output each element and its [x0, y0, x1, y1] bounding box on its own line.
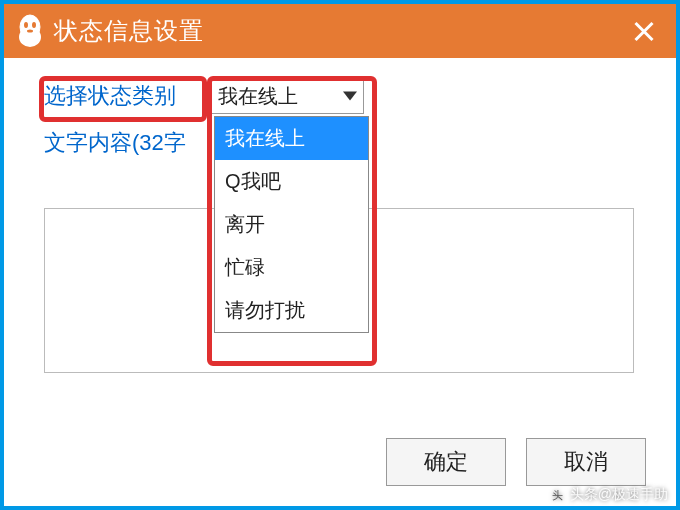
watermark-icon: 头	[550, 487, 566, 503]
content-label: 文字内容(32字	[44, 128, 209, 158]
titlebar: 状态信息设置	[4, 4, 676, 58]
category-row: 选择状态类别 我在线上	[44, 78, 636, 114]
qq-penguin-icon	[16, 13, 44, 49]
dropdown-option[interactable]: Q我吧	[215, 160, 368, 203]
chevron-down-icon	[343, 92, 357, 101]
svg-point-3	[32, 22, 36, 28]
dropdown-option[interactable]: 离开	[215, 203, 368, 246]
status-dropdown-list: 我在线上 Q我吧 离开 忙碌 请勿打扰	[214, 116, 369, 333]
svg-point-4	[27, 30, 33, 33]
close-button[interactable]	[630, 17, 658, 45]
cancel-button[interactable]: 取消	[526, 438, 646, 486]
svg-point-2	[24, 22, 28, 28]
status-category-select[interactable]: 我在线上	[209, 78, 364, 114]
dropdown-option[interactable]: 我在线上	[215, 117, 368, 160]
category-label: 选择状态类别	[44, 81, 209, 111]
dropdown-option[interactable]: 请勿打扰	[215, 289, 368, 332]
select-value: 我在线上	[218, 83, 298, 110]
dialog-title: 状态信息设置	[54, 15, 204, 47]
dialog-content: 选择状态类别 我在线上 文字内容(32字 我在线上 Q我吧 离开 忙碌 请勿打扰…	[4, 58, 676, 506]
dialog-window: 状态信息设置 选择状态类别 我在线上 文字内容(32字 我在线上 Q我吧 离开 …	[0, 0, 680, 510]
dropdown-option[interactable]: 忙碌	[215, 246, 368, 289]
ok-button[interactable]: 确定	[386, 438, 506, 486]
watermark-text: 头条@极速手助	[570, 486, 668, 504]
watermark: 头 头条@极速手助	[550, 486, 668, 504]
button-row: 确定 取消	[386, 438, 646, 486]
